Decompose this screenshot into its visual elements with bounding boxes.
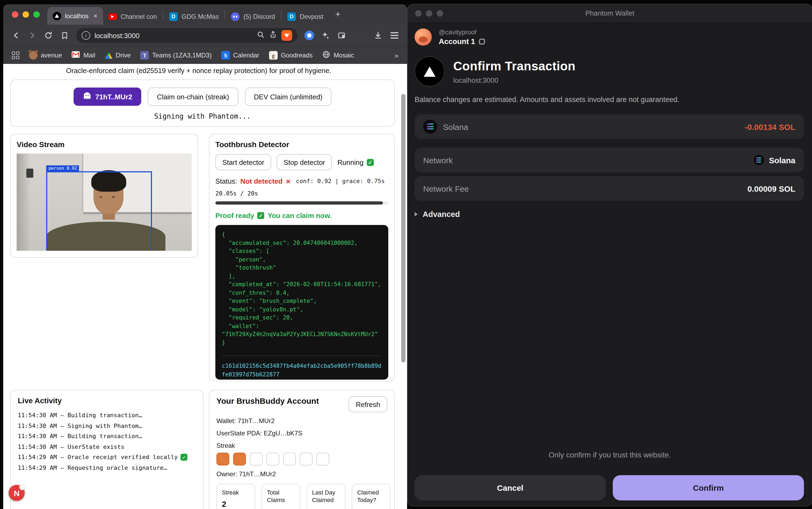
- search-icon[interactable]: [257, 30, 265, 40]
- brush-timer: 20.05s / 20s: [215, 190, 388, 197]
- maximize-window-button[interactable]: [33, 11, 40, 18]
- wallet-address-button[interactable]: 71hT..MUr2: [73, 88, 141, 106]
- dapp-header: Confirm Transaction localhost:3000: [415, 56, 804, 87]
- url-text[interactable]: localhost:3000: [95, 31, 252, 39]
- bookmark-drive[interactable]: Drive: [105, 52, 131, 59]
- streak-cell: [300, 453, 312, 466]
- sparkles-ai-icon[interactable]: [318, 28, 333, 43]
- advanced-toggle[interactable]: Advanced: [415, 210, 804, 218]
- tab-localhost[interactable]: localhos ×: [47, 7, 103, 25]
- bookmark-label: Teams (1ZA3,1MD3): [152, 52, 212, 59]
- menu-icon[interactable]: [387, 28, 402, 43]
- log-entry: 11:54:30 AM — UserState exists: [18, 442, 196, 452]
- desktop: localhos × Channel con D GDG McMas (5) D…: [0, 0, 812, 509]
- network-fee-value: 0.00009 SOL: [748, 184, 796, 193]
- speaker-prop: [26, 169, 33, 178]
- address-bar[interactable]: i localhost:3000: [76, 28, 298, 43]
- bookmarks-overflow-icon[interactable]: »: [395, 51, 399, 59]
- account-stats: Streak 2 Total Claims 2 Last Day Claimed…: [216, 484, 387, 509]
- minimize-window-button: [426, 10, 432, 16]
- tab-label: localhos: [65, 12, 89, 20]
- tab-label: (5) Discord: [243, 12, 275, 20]
- downloads-icon[interactable]: [371, 28, 385, 43]
- phantom-wallet-window: Phantom Wallet @cavityproof Account 1: [408, 4, 812, 506]
- wallet-line: Wallet: 71hT…MUr2: [216, 417, 387, 425]
- dev-claim-button[interactable]: DEV Claim (unlimited): [245, 88, 332, 106]
- copy-address-icon[interactable]: [479, 38, 485, 44]
- site-info-icon[interactable]: i: [81, 31, 90, 40]
- tab-gdg[interactable]: D GDG McMas: [164, 8, 224, 25]
- phantom-titlebar: Phantom Wallet: [408, 4, 812, 23]
- brave-shields-icon[interactable]: [281, 30, 292, 41]
- notification-bubble[interactable]: N: [9, 485, 25, 501]
- tab-close-icon[interactable]: ×: [94, 12, 98, 20]
- network-fee-label: Network Fee: [423, 184, 469, 193]
- tab-devpost[interactable]: D Devpost: [282, 8, 329, 25]
- maximize-window-button: [437, 10, 443, 16]
- share-icon[interactable]: [269, 30, 277, 40]
- avatar[interactable]: [415, 29, 432, 46]
- phantom-window-controls: [415, 10, 443, 16]
- amount-change: -0.00134 SOL: [745, 122, 796, 131]
- bookmark-label: Drive: [116, 52, 131, 59]
- solana-network-icon: [753, 154, 765, 166]
- cancel-button[interactable]: Cancel: [415, 475, 606, 500]
- bookmark-label: avenue: [41, 52, 62, 59]
- back-button[interactable]: [9, 28, 24, 43]
- toothbrush-detector-panel: Toothbrush Detector Start detector Stop …: [209, 134, 395, 381]
- apps-grid-icon[interactable]: [12, 52, 19, 59]
- bookmark-avenue[interactable]: avenue: [29, 51, 62, 60]
- phantom-window-title: Phantom Wallet: [408, 4, 812, 23]
- forward-button[interactable]: [25, 28, 40, 43]
- live-activity-panel: Live Activity 11:54:30 AM — Building tra…: [10, 390, 204, 509]
- confidence-readout: conf: 0.92 | grace: 0.75s: [296, 178, 385, 185]
- scrollbar-thumb[interactable]: [401, 94, 405, 363]
- youtube-favicon: [108, 12, 117, 21]
- tab-youtube[interactable]: Channel con: [103, 8, 162, 25]
- sidebar-panel-icon[interactable]: [334, 28, 349, 43]
- stat-total-claims: Total Claims 2: [262, 484, 300, 509]
- bookmark-icon[interactable]: [57, 28, 72, 43]
- wallet-address-label: 71hT..MUr2: [95, 93, 132, 101]
- streak-label: Streak: [216, 442, 387, 449]
- bookmark-calendar[interactable]: 5 Calendar: [221, 51, 259, 60]
- tab-label: GDG McMas: [181, 12, 219, 20]
- avenue-icon: [29, 51, 38, 60]
- confirm-button[interactable]: Confirm: [613, 475, 804, 500]
- detector-panel-title: Toothbrush Detector: [215, 140, 388, 149]
- google-drive-icon: [105, 52, 112, 59]
- bookmark-label: Mosaic: [334, 52, 354, 59]
- bookmark-goodreads[interactable]: g Goodreads: [269, 51, 313, 60]
- bookmark-teams[interactable]: T Teams (1ZA3,1MD3): [140, 51, 212, 60]
- tab-bar: localhos × Channel con D GDG McMas (5) D…: [3, 4, 407, 25]
- solana-icon: [423, 120, 437, 134]
- confirm-transaction-title: Confirm Transaction: [453, 59, 575, 73]
- reload-button[interactable]: [41, 28, 56, 43]
- cross-icon: ×: [286, 177, 291, 185]
- close-window-button: [415, 10, 421, 16]
- stop-detector-button[interactable]: Stop detector: [277, 154, 332, 170]
- video-stream-panel: Video Stream person 0.92: [10, 134, 198, 258]
- goodreads-icon: g: [269, 51, 278, 60]
- stat-last-day-claimed: Last Day Claimed Feb 7: [307, 484, 345, 509]
- browser-window: localhos × Channel con D GDG McMas (5) D…: [3, 4, 407, 509]
- refresh-button[interactable]: Refresh: [349, 396, 387, 412]
- balance-change-row: Solana -0.00134 SOL: [415, 114, 804, 139]
- account-handle: @cavityproof: [439, 29, 485, 36]
- bookmarks-bar: avenue Mail Drive T Teams (1ZA3,1MD3) 5 …: [3, 46, 407, 64]
- bookmark-mail[interactable]: Mail: [72, 51, 95, 60]
- web-page: Oracle-enforced claim (ed25519 verify + …: [3, 64, 407, 509]
- tab-discord[interactable]: (5) Discord: [226, 8, 280, 25]
- extension-icon[interactable]: [302, 28, 317, 43]
- devpost-favicon: D: [287, 12, 296, 21]
- claim-section: 71hT..MUr2 Claim on-chain (streak) DEV C…: [10, 79, 395, 127]
- new-tab-button[interactable]: +: [329, 9, 347, 20]
- brushbuddy-account-panel: Your BrushBuddy Account Refresh Wallet: …: [209, 390, 395, 509]
- claim-onchain-button[interactable]: Claim on-chain (streak): [148, 88, 238, 106]
- bookmark-mosaic[interactable]: Mosaic: [322, 50, 354, 60]
- trust-note: Only confirm if you trust this website.: [408, 450, 812, 459]
- minimize-window-button[interactable]: [23, 11, 29, 18]
- close-window-button[interactable]: [12, 11, 18, 18]
- start-detector-button[interactable]: Start detector: [215, 154, 271, 170]
- webcam-feed: person 0.92: [16, 154, 192, 251]
